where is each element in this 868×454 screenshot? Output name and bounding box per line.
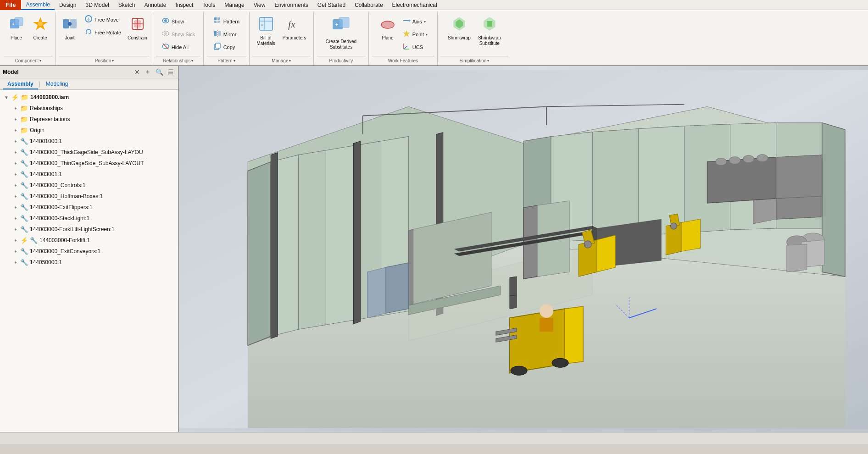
simplification-group-label[interactable]: Simplification▾ — [440, 56, 508, 63]
bom-button[interactable]: ≡ Bill ofMaterials — [254, 14, 278, 48]
point-dropdown[interactable]: ▾ — [426, 33, 428, 37]
svg-rect-96 — [540, 318, 553, 332]
expand-exitconveyors[interactable]: + — [13, 249, 18, 254]
menu-assemble[interactable]: Assemble — [21, 0, 55, 10]
tree-item-forklift[interactable]: + ⚡ 🔧 144003000-Forklift:1 — [0, 235, 178, 246]
menu-view[interactable]: View — [249, 0, 270, 10]
menu-annotate[interactable]: Annotate — [140, 0, 171, 10]
sidebar-search-button[interactable]: 🔍 — [154, 68, 165, 76]
shrinkwrap-button[interactable]: Shrinkwrap — [445, 14, 473, 43]
menu-collaborate[interactable]: Collaborate — [350, 0, 387, 10]
ribbon-content: + Place Create Component▾ — [0, 10, 868, 65]
component-group-label[interactable]: Component▾ — [4, 56, 53, 63]
tree-item-thingage[interactable]: + 🔧 144003000_ThinGageSide_SubAssy-LAYOU… — [0, 158, 178, 169]
ucs-button[interactable]: UCS — [401, 41, 425, 53]
ribbon-group-relationships: Show Show Sick Hide All — [153, 12, 204, 65]
expand-144003001[interactable]: + — [13, 172, 18, 177]
expand-exitflippers[interactable]: + — [13, 205, 18, 210]
expand-lightscreen[interactable]: + — [13, 227, 18, 232]
tab-assembly[interactable]: Assembly — [3, 79, 38, 89]
joint-button[interactable]: Joint — [59, 14, 81, 43]
menu-inspect[interactable]: Inspect — [171, 0, 198, 10]
expand-thingage[interactable]: + — [13, 161, 18, 166]
menu-3dmodel[interactable]: 3D Model — [81, 0, 113, 10]
root-label: 144003000.iam — [30, 94, 69, 100]
shrinkwrap-label: Shrinkwrap — [448, 35, 471, 41]
expand-hoffman[interactable]: + — [13, 194, 18, 199]
create-icon — [32, 16, 49, 34]
tree-item-controls[interactable]: + 🔧 144003000_Controls:1 — [0, 180, 178, 191]
parameters-button[interactable]: fx Parameters — [280, 14, 309, 43]
manage-group-label[interactable]: Manage▾ — [252, 56, 311, 63]
hide-all-button[interactable]: Hide All — [160, 41, 190, 53]
tree-item-stacklight[interactable]: + 🔧 144003000-StackLight:1 — [0, 213, 178, 224]
productivity-content: + Create DerivedSubstitutes — [323, 14, 359, 56]
ribbon-group-position: Joint ✛ Free Move Free Rotate — [56, 12, 153, 65]
expand-stacklight[interactable]: + — [13, 216, 18, 221]
file-menu[interactable]: File — [0, 0, 21, 10]
lightning-icon-root: ⚡ — [11, 94, 19, 101]
sidebar-close-button[interactable]: ✕ — [133, 68, 141, 76]
svg-marker-91 — [510, 295, 517, 309]
tree-item-144003001[interactable]: + 🔧 144003001:1 — [0, 169, 178, 180]
copy-button[interactable]: Copy — [211, 41, 237, 53]
menu-design[interactable]: Design — [55, 0, 81, 10]
svg-text:✛: ✛ — [87, 17, 90, 22]
plane-button[interactable]: Plane — [377, 14, 399, 43]
folder-icon-origin: 📁 — [20, 127, 28, 134]
tree-item-root[interactable]: ▼ ⚡ 📁 144003000.iam — [0, 92, 178, 103]
tree-item-origin[interactable]: + 📁 Origin — [0, 125, 178, 136]
sidebar-add-button[interactable]: ＋ — [143, 67, 152, 77]
tree-item-hoffman[interactable]: + 🔧 144003000_Hoffman-Boxes:1 — [0, 191, 178, 202]
free-move-button[interactable]: ✛ Free Move — [83, 14, 121, 26]
create-derived-button[interactable]: + Create DerivedSubstitutes — [323, 14, 359, 52]
menu-tools[interactable]: Tools — [198, 0, 220, 10]
menu-get-started[interactable]: Get Started — [313, 0, 350, 10]
svg-marker-57 — [326, 146, 353, 325]
place-button[interactable]: + Place — [6, 14, 28, 43]
svg-point-118 — [743, 155, 754, 163]
pattern-group-label[interactable]: Pattern▾ — [206, 56, 246, 63]
pattern-button[interactable]: Pattern — [211, 16, 241, 28]
expand-representations[interactable]: + — [13, 117, 18, 122]
menu-environments[interactable]: Environments — [270, 0, 312, 10]
expand-root[interactable]: ▼ — [4, 95, 9, 100]
free-rotate-button[interactable]: Free Rotate — [83, 27, 123, 39]
expand-144001000[interactable]: + — [13, 139, 18, 144]
expand-origin[interactable]: + — [13, 128, 18, 133]
constrain-button[interactable]: Constrain — [125, 14, 150, 43]
tree-item-144001000[interactable]: + 🔧 144001000:1 — [0, 136, 178, 147]
expand-thickgage[interactable]: + — [13, 150, 18, 155]
menu-electromechanical[interactable]: Electromechanical — [388, 0, 442, 10]
axis-button[interactable]: Axis ▾ — [401, 16, 428, 28]
menu-sketch[interactable]: Sketch — [114, 0, 140, 10]
svg-marker-10 — [86, 32, 87, 34]
expand-144050000[interactable]: + — [13, 260, 18, 265]
tree-item-representations[interactable]: + 📁 Representations — [0, 114, 178, 125]
tree-item-relationships[interactable]: + 📁 Relationships — [0, 103, 178, 114]
svg-rect-29 — [216, 43, 220, 48]
point-button[interactable]: Point ▾ — [401, 28, 429, 40]
work-features-content: Plane Axis ▾ Point — [377, 14, 429, 56]
tree-item-144050000[interactable]: + 🔧 144050000:1 — [0, 257, 178, 268]
tree-item-thickgage[interactable]: + 🔧 144003000_ThickGageSide_SubAssy-LAYO… — [0, 147, 178, 158]
point-icon — [402, 29, 411, 39]
tab-modeling[interactable]: Modeling — [41, 79, 73, 89]
tree-item-exitflippers[interactable]: + 🔧 144003000-ExitFlippers:1 — [0, 202, 178, 213]
relationships-group-label[interactable]: Relationships▾ — [156, 56, 200, 63]
create-button[interactable]: Create — [29, 14, 51, 43]
tree-item-exitconveyors[interactable]: + 🔧 144003000_ExitConveyors:1 — [0, 246, 178, 257]
expand-controls[interactable]: + — [13, 183, 18, 188]
expand-relationships[interactable]: + — [13, 106, 18, 111]
tree-item-lightscreen[interactable]: + 🔧 144003000-ForklLift-LightScreen:1 — [0, 224, 178, 235]
position-group-label[interactable]: Position▾ — [59, 56, 150, 63]
show-sick-button[interactable]: Show Sick — [160, 28, 197, 40]
sidebar-menu-button[interactable]: ☰ — [167, 68, 175, 76]
menu-manage[interactable]: Manage — [220, 0, 249, 10]
expand-forklift[interactable]: + — [13, 238, 18, 243]
mirror-button[interactable]: Mirror — [211, 28, 239, 40]
show-button[interactable]: Show — [160, 16, 186, 28]
viewport[interactable] — [179, 66, 868, 432]
shrinkwrap-sub-button[interactable]: ShrinkwrapSubstitute — [475, 14, 504, 48]
axis-dropdown[interactable]: ▾ — [424, 20, 426, 24]
